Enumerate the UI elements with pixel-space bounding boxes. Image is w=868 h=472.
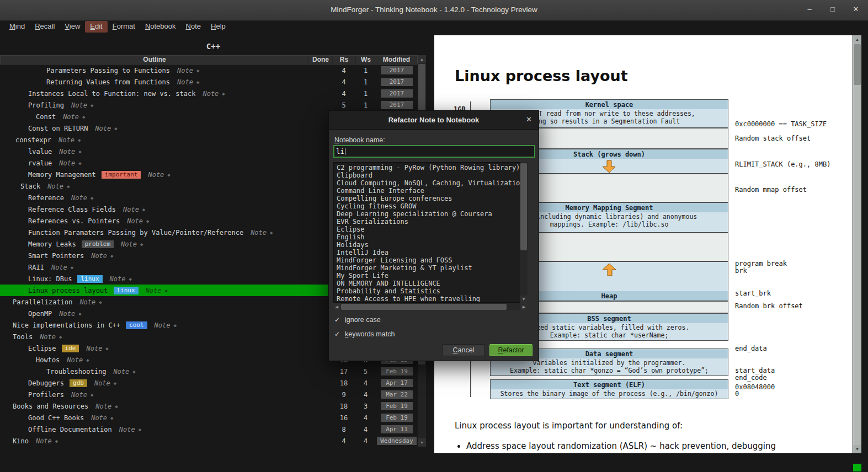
notebook-option[interactable]: Cloud Computing, NoSQL, Caching, Virtual…: [337, 179, 527, 187]
modified-cell: Feb 19: [376, 414, 418, 422]
dialog-titlebar[interactable]: Refactor Note to Notebook ✕: [329, 111, 539, 130]
notebook-option[interactable]: My Sport Life: [337, 272, 527, 280]
cancel-button[interactable]: Cancel: [442, 344, 485, 356]
notebook-option[interactable]: Eclipse: [337, 226, 527, 233]
outline-cell: References vs. PointersNote◆: [0, 217, 308, 225]
writes-count: 4: [355, 437, 376, 445]
notebook-option[interactable]: Holidays: [337, 241, 527, 249]
outline-row[interactable]: KinoNote◆44Wednesday: [0, 435, 418, 447]
diamond-icon: ◆: [167, 172, 170, 178]
notebook-option[interactable]: MindForger Marketing & YT playlist: [337, 264, 527, 272]
note-type-label: Note: [119, 426, 135, 433]
scroll-up-icon[interactable]: ▲: [853, 35, 861, 44]
outline-cell: Smart PointersNote◆: [0, 252, 308, 260]
note-title: rvalue: [28, 159, 52, 167]
writes-count: 4: [355, 391, 376, 399]
document-scrollbar[interactable]: ▲ ▼: [853, 35, 861, 453]
maximize-button[interactable]: □: [828, 5, 837, 13]
diagram-side-label: start_data: [735, 367, 775, 374]
notebook-option[interactable]: EVR Serializations: [337, 218, 527, 226]
scrollbar-thumb[interactable]: [341, 304, 507, 310]
menu-view[interactable]: View: [60, 21, 85, 33]
outline-row[interactable]: Books and ResourcesNote◆183Feb 19: [0, 400, 418, 412]
dialog-list-hscrollbar[interactable]: ◀ ▶: [333, 303, 528, 310]
note-title: Eclipse: [28, 345, 56, 352]
column-header-modified[interactable]: Modified: [376, 56, 417, 64]
document-paragraph: Linux process layout is important for un…: [455, 421, 683, 431]
outline-row[interactable]: Offline DocumentationNote◆84Apr 11: [0, 423, 418, 435]
outline-row[interactable]: Returning Values from FunctionsNote◆4120…: [0, 76, 418, 88]
outline-row[interactable]: Instances Local to Function: new vs. sta…: [0, 88, 418, 99]
scroll-right-icon[interactable]: ▶: [520, 303, 528, 310]
notebook-option[interactable]: ON MEMORY AND INTELLIGENCE: [337, 280, 527, 287]
note-type-label: Note: [155, 321, 171, 329]
outline-row[interactable]: ProfilersNote◆94Mar 22: [0, 389, 418, 400]
scrollbar-thumb[interactable]: [854, 44, 861, 85]
notebook-option[interactable]: IntelliJ Idea: [337, 249, 527, 256]
diamond-icon: ◆: [270, 230, 273, 235]
outline-row[interactable]: Parameters Passing to FunctionsNote◆4120…: [0, 65, 418, 76]
dialog-list-vscrollbar[interactable]: ▼: [520, 162, 528, 303]
note-title: Tools: [13, 333, 33, 341]
notebook-option[interactable]: Probability and Statistics: [337, 287, 527, 295]
notebook-name-input[interactable]: li: [333, 145, 535, 158]
notebook-option[interactable]: English: [337, 233, 527, 241]
reads-count: 18: [332, 379, 355, 387]
modified-cell: Apr 11: [376, 425, 418, 433]
diamond-icon: ◆: [90, 195, 93, 201]
window-titlebar[interactable]: MindForger - Thinking Notebook - 1.42.0 …: [0, 0, 868, 21]
column-header-done[interactable]: Done: [309, 56, 333, 64]
dialog-list[interactable]: C2 programming - PyRow (Python Rowing li…: [333, 162, 528, 303]
scroll-down-icon[interactable]: ▼: [853, 445, 861, 453]
column-header-rs[interactable]: Rs: [333, 56, 356, 64]
outline-cell: ProfilersNote◆: [0, 391, 308, 399]
menu-recall[interactable]: Recall: [30, 21, 60, 33]
menu-notebook[interactable]: Notebook: [140, 21, 181, 33]
writes-count: 1: [355, 101, 376, 109]
menu-help[interactable]: Help: [206, 21, 231, 33]
notebook-option[interactable]: Clipboard: [337, 171, 527, 179]
scroll-up-icon[interactable]: ▲: [418, 55, 426, 63]
diamond-icon: ◆: [82, 114, 85, 120]
scroll-corner-indicator: [853, 464, 861, 471]
menu-edit[interactable]: Edit: [85, 21, 107, 33]
notebook-option[interactable]: Command Line Interface: [337, 187, 527, 195]
outline-cell: DebuggersgdbNote◆: [0, 379, 308, 387]
ignore-case-checkbox[interactable]: ✓ignore case: [334, 316, 381, 324]
keywords-match-checkbox[interactable]: ✓keywords match: [334, 330, 395, 338]
outline-row[interactable]: DebuggersgdbNote◆184Apr 17: [0, 377, 418, 389]
notebook-option[interactable]: Compelling Europe conferences: [337, 195, 527, 202]
note-type-label: Note: [71, 101, 87, 109]
scrollbar-thumb[interactable]: [520, 163, 527, 250]
diamond-icon: ◆: [129, 276, 132, 282]
notebook-option[interactable]: MindForger Licensing and FOSS: [337, 256, 527, 264]
outline-cell: OpenMPNote◆: [0, 310, 308, 318]
notebook-option[interactable]: Remote Access to HPE when travelling: [337, 295, 527, 303]
notebook-option[interactable]: Cycling fitness GROW: [337, 202, 527, 210]
scroll-left-icon[interactable]: ◀: [333, 303, 340, 310]
diamond-icon: ◆: [142, 207, 145, 212]
menu-format[interactable]: Format: [108, 21, 140, 33]
column-header-ws[interactable]: Ws: [356, 56, 376, 64]
scroll-down-icon[interactable]: ▼: [418, 438, 426, 447]
notebook-option[interactable]: Deep Learning specialization @ Coursera: [337, 210, 527, 218]
diamond-icon: ◆: [86, 357, 89, 363]
keywords-match-label: keywords match: [345, 330, 395, 338]
notebook-option[interactable]: C2 programming - PyRow (Python Rowing li…: [337, 164, 527, 171]
scroll-down-icon[interactable]: ▼: [520, 296, 528, 303]
outline-row[interactable]: Good C++ BooksNote◆164Feb 19: [0, 412, 418, 423]
dialog-close-icon[interactable]: ✕: [526, 115, 532, 124]
refactor-button[interactable]: Refactor: [489, 344, 532, 356]
outline-row[interactable]: TroubleshootingNote◆175Feb 19: [0, 366, 418, 377]
column-header-outline[interactable]: Outline: [1, 56, 309, 64]
modified-badge: 2017: [381, 89, 413, 98]
minimize-button[interactable]: –: [805, 5, 814, 13]
menu-mind[interactable]: Mind: [4, 21, 30, 33]
note-title: lvalue: [28, 148, 52, 155]
note-title: Parameters Passing to Functions: [46, 67, 170, 74]
note-title: Function Paramaters Passing by Value/Poi…: [28, 229, 243, 237]
note-title: RAII: [28, 264, 44, 271]
menu-note[interactable]: Note: [181, 21, 206, 33]
close-button[interactable]: ✕: [851, 5, 860, 13]
outline-row[interactable]: ProfilingNote◆512017: [0, 99, 418, 111]
